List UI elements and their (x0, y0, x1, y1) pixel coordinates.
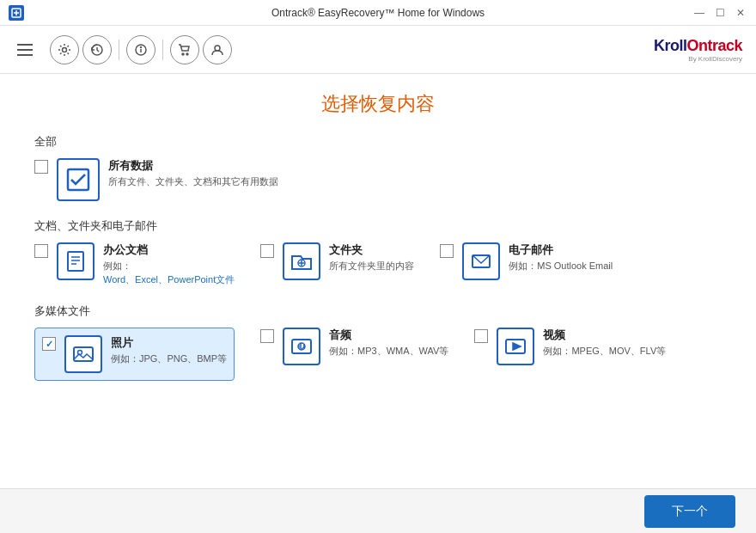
office-icon-box (57, 242, 94, 280)
title-bar: Ontrack® EasyRecovery™ Home for Windows … (0, 0, 756, 26)
all-data-icon-box (57, 158, 100, 201)
email-checkbox[interactable] (440, 244, 454, 258)
email-text: 电子邮件 例如：MS Outlook Email (509, 242, 613, 273)
window-title: Ontrack® EasyRecovery™ Home for Windows (271, 7, 485, 19)
folder-sub: 所有文件夹里的内容 (329, 260, 414, 273)
main-content: 选择恢复内容 全部 所有数据 所有文件、文件夹、文档和其它有用数据 文档、文件夹… (0, 74, 756, 488)
section-all-label: 全部 (34, 134, 722, 150)
audio-icon-box (283, 328, 320, 365)
photo-checkbox[interactable] (42, 337, 56, 351)
photo-icon-box (64, 335, 102, 373)
brand-logo: KrollOntrack By KrollDiscovery (654, 37, 742, 63)
svg-point-1 (63, 47, 67, 52)
cart-button[interactable] (170, 35, 199, 64)
office-text: 办公文档 例如： Word、Excel、PowerPoint文件 (103, 242, 235, 286)
app-icon (9, 5, 24, 21)
all-data-text: 所有数据 所有文件、文件夹、文档和其它有用数据 (108, 158, 278, 188)
user-button[interactable] (203, 35, 232, 64)
brand-area: KrollOntrack By KrollDiscovery (654, 37, 742, 63)
video-checkbox[interactable] (474, 329, 488, 343)
section-media: 多媒体文件 照片 例如：JPG、PNG、BMP等 (34, 303, 722, 381)
all-data-option[interactable]: 所有数据 所有文件、文件夹、文档和其它有用数据 (34, 158, 722, 201)
office-subblue: Word、Excel、PowerPoint文件 (103, 273, 235, 286)
video-icon (503, 334, 527, 358)
all-data-icon (64, 166, 92, 193)
section-docs-label: 文档、文件夹和电子邮件 (34, 218, 722, 234)
svg-point-6 (182, 53, 184, 55)
minimize-button[interactable]: — (692, 6, 706, 20)
svg-rect-20 (292, 340, 311, 353)
folder-name: 文件夹 (329, 242, 414, 258)
title-bar-controls: — ☐ ✕ (692, 6, 747, 20)
office-name: 办公文档 (103, 242, 235, 258)
video-text: 视频 例如：MPEG、MOV、FLV等 (543, 328, 666, 358)
section-all: 全部 所有数据 所有文件、文件夹、文档和其它有用数据 (34, 134, 722, 201)
svg-marker-26 (513, 343, 521, 350)
email-option[interactable]: 电子邮件 例如：MS Outlook Email (440, 242, 613, 280)
folder-option[interactable]: 文件夹 所有文件夹里的内容 (260, 242, 414, 280)
photo-icon (71, 342, 95, 366)
email-icon-box (462, 242, 500, 280)
email-icon (469, 249, 493, 273)
audio-text: 音频 例如：MP3、WMA、WAV等 (329, 328, 448, 358)
email-sub: 例如：MS Outlook Email (509, 260, 613, 273)
title-bar-left (9, 5, 24, 21)
menu-button[interactable] (14, 40, 36, 59)
audio-checkbox[interactable] (260, 329, 274, 343)
photo-name: 照片 (111, 335, 227, 351)
section-media-label: 多媒体文件 (34, 303, 722, 319)
all-data-name: 所有数据 (108, 158, 278, 174)
toolbar-icons (50, 35, 232, 64)
video-option[interactable]: 视频 例如：MPEG、MOV、FLV等 (474, 328, 666, 365)
all-data-checkbox[interactable] (34, 160, 48, 174)
video-name: 视频 (543, 328, 666, 343)
folder-icon-box (283, 242, 320, 280)
folder-checkbox[interactable] (260, 244, 274, 258)
settings-button[interactable] (50, 35, 79, 64)
office-option[interactable]: 办公文档 例如： Word、Excel、PowerPoint文件 (34, 242, 235, 286)
video-icon-box (497, 328, 534, 365)
svg-rect-9 (68, 169, 88, 190)
office-icon (64, 249, 88, 273)
section-docs: 文档、文件夹和电子邮件 办公文档 例如： Word、Excel、PowerPoi (34, 218, 722, 286)
photo-sub: 例如：JPG、PNG、BMP等 (111, 352, 227, 365)
video-sub: 例如：MPEG、MOV、FLV等 (543, 345, 666, 358)
folder-icon (290, 249, 314, 273)
audio-sub: 例如：MP3、WMA、WAV等 (329, 345, 448, 358)
close-button[interactable]: ✕ (734, 6, 747, 20)
office-sub: 例如： (103, 260, 235, 273)
page-title: 选择恢复内容 (34, 91, 722, 117)
photo-option[interactable]: 照片 例如：JPG、PNG、BMP等 (34, 328, 235, 381)
svg-rect-10 (68, 252, 83, 271)
toolbar-divider-1 (119, 40, 119, 60)
photo-text: 照片 例如：JPG、PNG、BMP等 (111, 335, 227, 365)
maximize-button[interactable]: ☐ (713, 6, 727, 20)
toolbar: KrollOntrack By KrollDiscovery (0, 26, 756, 74)
svg-point-8 (215, 46, 220, 51)
info-button[interactable] (126, 35, 155, 64)
docs-options-row: 办公文档 例如： Word、Excel、PowerPoint文件 (34, 242, 722, 286)
all-data-desc: 所有文件、文件夹、文档和其它有用数据 (108, 175, 278, 188)
audio-option[interactable]: 音频 例如：MP3、WMA、WAV等 (260, 328, 448, 365)
folder-text: 文件夹 所有文件夹里的内容 (329, 242, 414, 273)
media-options-row: 照片 例如：JPG、PNG、BMP等 (34, 328, 722, 381)
svg-point-7 (186, 53, 188, 55)
audio-icon (290, 334, 314, 358)
history-button[interactable] (82, 35, 112, 64)
toolbar-divider-2 (162, 40, 163, 60)
office-checkbox[interactable] (34, 244, 48, 258)
footer-bar: 下一个 (0, 488, 756, 533)
svg-point-5 (141, 46, 142, 47)
svg-rect-18 (74, 347, 93, 361)
toolbar-left (14, 35, 232, 64)
audio-name: 音频 (329, 328, 448, 343)
email-name: 电子邮件 (509, 242, 613, 258)
next-button[interactable]: 下一个 (644, 495, 735, 528)
